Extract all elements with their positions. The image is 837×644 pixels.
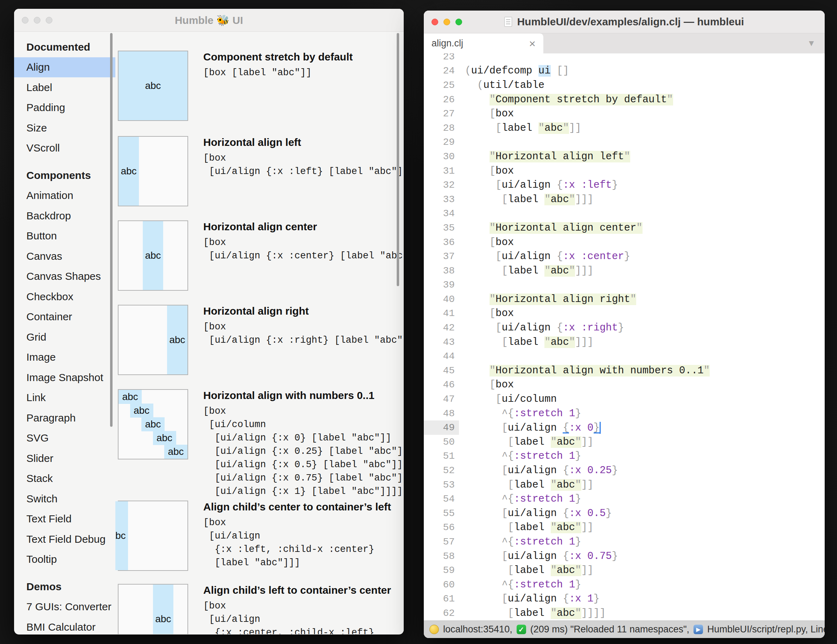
- tab-align-clj[interactable]: align.clj ×: [424, 33, 543, 53]
- token: [551, 322, 557, 334]
- line-code: "Horizontal align center": [465, 222, 643, 234]
- sidebar-item-backdrop[interactable]: Backdrop: [14, 206, 115, 226]
- code-line: 26 "Component stretch by default": [424, 92, 825, 107]
- example-code-line: [label "abc"]]]: [203, 556, 391, 569]
- token: :stretch: [514, 450, 563, 462]
- close-window-icon[interactable]: [22, 17, 28, 23]
- example-code-line: [box: [203, 599, 391, 613]
- token: [465, 165, 489, 177]
- token: 1: [569, 493, 575, 505]
- sidebar-item-canvas[interactable]: Canvas: [14, 246, 115, 267]
- sidebar-item-switch[interactable]: Switch: [14, 488, 115, 509]
- line-number: 33: [424, 192, 459, 207]
- line-code: [label "abc"]]]]: [465, 608, 606, 619]
- token: [: [489, 165, 496, 177]
- example-code-line: [ui/align {:x 0.75} [label "abc"]]: [203, 471, 404, 485]
- code-line: 45 "Horizontal align with numbers 0..1": [424, 364, 825, 378]
- sidebar-item-slider[interactable]: Slider: [14, 448, 115, 469]
- token: [: [496, 322, 502, 334]
- code-line: 58 [ui/align {:x 0.75}: [424, 549, 825, 564]
- token: [465, 493, 502, 505]
- token: }: [575, 493, 581, 505]
- example-code-line: {:x :left, :child-x :center}: [203, 543, 391, 556]
- token: ^{: [502, 536, 514, 548]
- sidebar-item-7-guis-converter[interactable]: 7 GUIs: Converter: [14, 597, 115, 617]
- preview-fill: abc: [118, 51, 187, 120]
- sidebar-item-grid[interactable]: Grid: [14, 327, 115, 347]
- token: [: [496, 393, 502, 405]
- minimize-window-icon[interactable]: [34, 17, 41, 23]
- token: {: [563, 422, 569, 433]
- sidebar-item-canvas-shapes[interactable]: Canvas Shapes: [14, 267, 115, 287]
- editor-titlebar[interactable]: HumbleUI/dev/examples/align.clj — humble…: [424, 11, 825, 33]
- line-code: [ui/align {:x 0.75}: [465, 551, 618, 562]
- code-line: 31 [box: [424, 164, 825, 178]
- line-code: ^{:stretch 1}: [465, 408, 581, 420]
- sidebar-item-paragraph[interactable]: Paragraph: [14, 408, 115, 428]
- line-number: 48: [424, 406, 459, 421]
- token: ": [538, 122, 545, 134]
- sidebar-item-text-field-debug[interactable]: Text Field Debug: [14, 529, 115, 549]
- token: ]]: [581, 522, 594, 533]
- line-code: [box: [465, 108, 514, 120]
- sidebar-item-svg[interactable]: SVG: [14, 428, 115, 449]
- tab-overflow-dropdown-icon[interactable]: ▼: [807, 38, 816, 48]
- token: label: [514, 436, 545, 448]
- example-code-line: [box: [203, 516, 391, 529]
- sidebar-item-bmi-calculator[interactable]: BMI Calculator: [14, 617, 115, 634]
- token: [: [496, 179, 502, 191]
- token: 0.5: [587, 508, 606, 519]
- token: ui/defcomp: [471, 65, 532, 77]
- token: ": [489, 94, 496, 105]
- zoom-window-icon[interactable]: [46, 17, 53, 23]
- token: :right: [581, 322, 618, 334]
- line-number: 46: [424, 378, 459, 392]
- token: [557, 465, 563, 476]
- token: 0.25: [587, 465, 612, 476]
- token: [: [502, 265, 507, 277]
- sidebar-item-align[interactable]: Align: [14, 57, 115, 78]
- sidebar-item-container[interactable]: Container: [14, 307, 115, 327]
- token: ": [489, 151, 496, 162]
- minimize-window-icon[interactable]: [443, 19, 450, 25]
- token: [465, 522, 508, 533]
- sidebar-item-animation[interactable]: Animation: [14, 185, 115, 206]
- sidebar-item-stack[interactable]: Stack: [14, 469, 115, 489]
- sidebar-item-link[interactable]: Link: [14, 388, 115, 408]
- token: }: [594, 593, 600, 605]
- line-number: 49: [424, 420, 459, 435]
- sidebar-item-padding[interactable]: Padding: [14, 98, 115, 118]
- code-line: 23: [424, 53, 825, 64]
- sidebar-item-image[interactable]: Image: [14, 347, 115, 368]
- token: [465, 179, 496, 191]
- code-editor-area[interactable]: 2324(ui/defcomp ui []25 (util/table26 "C…: [424, 53, 825, 620]
- sidebar-scrollbar[interactable]: [110, 33, 113, 427]
- token: ": [575, 522, 581, 533]
- zoom-window-icon[interactable]: [455, 19, 462, 25]
- sidebar-item-size[interactable]: Size: [14, 118, 115, 138]
- sidebar-item-vscroll[interactable]: VScroll: [14, 138, 115, 159]
- close-window-icon[interactable]: [432, 19, 438, 25]
- line-number: 24: [424, 64, 459, 79]
- line-number: 47: [424, 392, 459, 406]
- sidebar-item-checkbox[interactable]: Checkbox: [14, 287, 115, 307]
- token: box: [496, 308, 514, 319]
- token: [: [502, 422, 507, 433]
- sidebar-item-image-snapshot[interactable]: Image Snapshot: [14, 367, 115, 388]
- token: ": [489, 222, 496, 234]
- sidebar-item-label[interactable]: Label: [14, 77, 115, 98]
- humble-ui-titlebar[interactable]: Humble 🐝 UI: [14, 9, 404, 32]
- line-number: 40: [424, 292, 459, 306]
- code-line: 52 [ui/align {:x 0.25}: [424, 463, 825, 478]
- token: 0.75: [587, 551, 612, 562]
- token: label: [514, 522, 545, 533]
- sidebar-item-tooltip[interactable]: Tooltip: [14, 549, 115, 570]
- token: ": [545, 194, 550, 205]
- content-scrollbar[interactable]: [397, 33, 399, 286]
- sidebar-item-text-field[interactable]: Text Field: [14, 509, 115, 529]
- token: :center: [581, 251, 624, 262]
- close-tab-icon[interactable]: ×: [529, 38, 536, 49]
- token: [545, 436, 550, 448]
- sidebar-item-button[interactable]: Button: [14, 226, 115, 246]
- token: [557, 422, 563, 433]
